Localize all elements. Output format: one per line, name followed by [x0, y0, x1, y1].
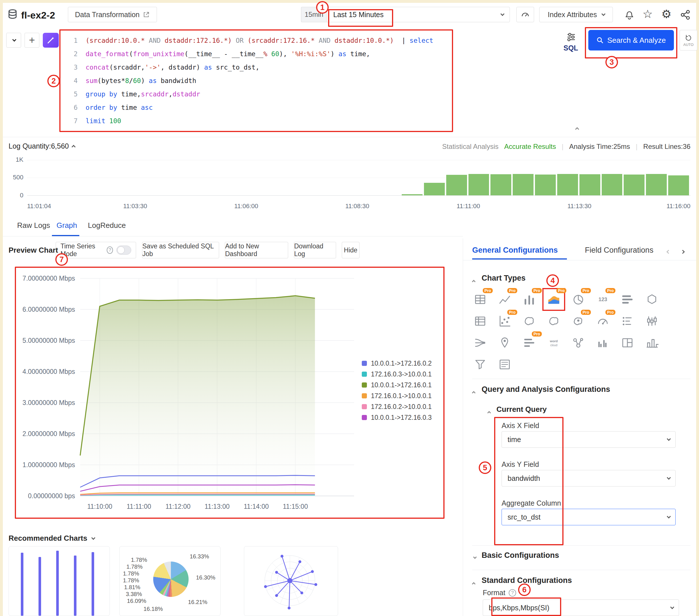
chart-type-map-world-icon[interactable]: [546, 313, 562, 329]
tab-field-configurations[interactable]: Field Configurations: [585, 246, 660, 255]
current-query-collapse[interactable]: [488, 410, 491, 415]
notification-bell-button[interactable]: [624, 9, 636, 22]
chart-type-bar-icon[interactable]: [619, 292, 635, 307]
chart-type-hexbin-icon[interactable]: [644, 292, 660, 307]
add-query-tab-button[interactable]: +: [25, 33, 39, 48]
editor-collapse-chevron[interactable]: [576, 126, 579, 131]
recommended-charts-toggle[interactable]: Recommended Charts: [9, 534, 94, 543]
bandwidth-area-chart[interactable]: 0.00000000 bps1.00000000 Mbps2.00000000 …: [15, 267, 445, 519]
basic-configurations-collapse[interactable]: [473, 555, 476, 560]
copilot-wand-button[interactable]: [43, 33, 59, 48]
panel-tabs-scroll-left[interactable]: [667, 249, 670, 254]
query-line[interactable]: 1(srcaddr:10.0.* AND dstaddr:172.16.*) O…: [65, 34, 452, 47]
index-attributes-button[interactable]: Index Attributes: [539, 7, 613, 22]
add-to-dashboard-button[interactable]: Add to New Dashboard: [225, 242, 288, 258]
legend-item[interactable]: 10.0.0.1->172.16.0.2: [362, 358, 432, 369]
chart-type-histogram-icon[interactable]: [644, 335, 660, 351]
histogram-bar[interactable]: [668, 175, 689, 195]
chart-type-relation-icon[interactable]: [570, 335, 586, 351]
legend-item[interactable]: 172.16.0.3->10.0.0.1: [362, 369, 432, 379]
histogram-bar[interactable]: [535, 175, 556, 195]
chart-type-flow-icon[interactable]: Pro: [546, 292, 562, 307]
chart-type-steps-icon[interactable]: [619, 313, 635, 329]
chart-type-cross-table-icon[interactable]: [472, 313, 488, 329]
histogram-bar[interactable]: [446, 175, 467, 196]
help-icon[interactable]: ?: [509, 589, 516, 597]
recommended-radar-chart-thumbnail[interactable]: [244, 546, 338, 616]
query-line[interactable]: 2date_format(from_unixtime(__time__ - __…: [65, 47, 452, 61]
format-select[interactable]: bps,Kbps,Mbps(SI): [483, 600, 679, 616]
query-line[interactable]: 7limit 100: [65, 114, 452, 128]
sql-mode-label[interactable]: SQL: [564, 44, 578, 52]
chart-type-ranking-icon[interactable]: Pro: [521, 335, 537, 351]
share-button[interactable]: [680, 9, 692, 22]
log-quantity-histogram[interactable]: [27, 160, 690, 196]
chart-type-pie-icon[interactable]: Pro: [570, 292, 586, 307]
query-settings-button[interactable]: [566, 31, 577, 43]
histogram-bar[interactable]: [469, 174, 489, 195]
chart-type-line-icon[interactable]: Pro: [497, 292, 513, 307]
data-transformation-button[interactable]: Data Transformation: [68, 7, 157, 22]
gauge-button[interactable]: [516, 7, 534, 22]
histogram-bar[interactable]: [513, 174, 533, 195]
chart-type-map-china-icon[interactable]: [521, 313, 537, 329]
chart-type-detail-icon[interactable]: [497, 357, 513, 373]
settings-gear-button[interactable]: ⚙: [661, 8, 672, 21]
save-scheduled-sql-button[interactable]: Save as Scheduled SQL Job: [142, 242, 219, 258]
axis-y-field-select[interactable]: bandwidth: [502, 470, 676, 486]
recommended-bar-chart-thumbnail[interactable]: [9, 546, 110, 616]
query-line[interactable]: 6order by time asc: [65, 101, 452, 114]
chart-type-column-pair-icon[interactable]: [595, 335, 611, 351]
histogram-bar[interactable]: [424, 183, 445, 195]
chart-type-word-cloud-icon[interactable]: wordcloud: [546, 335, 562, 351]
chart-type-column-icon[interactable]: Pro: [521, 292, 537, 307]
query-collapse-button[interactable]: [6, 33, 21, 48]
legend-item[interactable]: 10.0.0.1->172.16.0.1: [362, 379, 432, 390]
histogram-bar[interactable]: [579, 174, 600, 195]
chart-type-treemap-icon[interactable]: [619, 335, 635, 351]
tab-logreduce[interactable]: LogReduce: [88, 221, 126, 230]
chart-type-funnel-icon[interactable]: [472, 357, 488, 373]
axis-x-field-select[interactable]: time: [502, 431, 676, 448]
query-analysis-collapse[interactable]: [473, 390, 476, 395]
statistical-analysis-link[interactable]: Statistical Analysis: [442, 143, 498, 150]
chart-type-candlestick-icon[interactable]: [644, 313, 660, 329]
chart-type-location-icon[interactable]: [497, 335, 513, 351]
histogram-bar[interactable]: [490, 174, 511, 195]
histogram-bar[interactable]: [602, 174, 622, 195]
histogram-bar[interactable]: [646, 174, 667, 195]
standard-configurations-collapse[interactable]: [473, 581, 476, 586]
query-line[interactable]: 3concat(srcaddr,'->', dstaddr) as src_to…: [65, 61, 452, 74]
query-editor[interactable]: 1(srcaddr:10.0.* AND dstaddr:172.16.*) O…: [65, 34, 452, 131]
auto-refresh-button[interactable]: AUTO: [680, 30, 697, 51]
legend-item[interactable]: 10.0.0.1->172.16.0.3: [362, 412, 432, 423]
tab-general-configurations[interactable]: General Configurations: [472, 246, 558, 255]
chart-type-map-pin-icon[interactable]: Pro: [570, 313, 586, 329]
recommended-pie-chart-thumbnail[interactable]: 16.33%16.30%16.21%1.78%1.78%1.78%1.78%1.…: [119, 546, 221, 616]
help-icon[interactable]: ?: [107, 246, 113, 254]
chart-type-scatter-icon[interactable]: Pro: [497, 313, 513, 329]
tab-raw-logs[interactable]: Raw Logs: [17, 221, 50, 230]
tab-graph[interactable]: Graph: [56, 221, 77, 230]
chart-types-collapse[interactable]: [473, 278, 476, 283]
time-range-select[interactable]: Last 15 Minutes: [327, 7, 510, 22]
chart-type-table-icon[interactable]: Pro: [472, 292, 488, 307]
chart-type-sankey-icon[interactable]: [472, 335, 488, 351]
query-line[interactable]: 5group by time,srcaddr,dstaddr: [65, 87, 452, 101]
hide-button[interactable]: Hide: [342, 242, 359, 258]
histogram-bar[interactable]: [557, 174, 578, 195]
search-analyze-button[interactable]: Search & Analyze: [588, 30, 674, 51]
time-series-mode-toggle[interactable]: [116, 245, 131, 255]
legend-item[interactable]: 172.16.0.1->10.0.0.1: [362, 390, 432, 401]
histogram-bar[interactable]: [624, 175, 645, 195]
panel-tabs-scroll-right[interactable]: [681, 249, 684, 254]
chart-type-gauge-icon[interactable]: Pro: [595, 313, 611, 329]
log-quantity-toggle[interactable]: Log Quantity:6,560: [9, 142, 76, 150]
favorite-star-button[interactable]: ☆: [643, 8, 653, 21]
query-line[interactable]: 4sum(bytes*8/60) as bandwidth: [65, 74, 452, 87]
histogram-bar[interactable]: [402, 194, 423, 195]
chart-type-single-value-icon[interactable]: 123Pro: [595, 292, 611, 307]
download-log-button[interactable]: Download Log: [294, 242, 336, 258]
legend-item[interactable]: 172.16.0.2->10.0.0.1: [362, 401, 432, 412]
aggregate-column-select[interactable]: src_to_dst: [502, 509, 676, 525]
